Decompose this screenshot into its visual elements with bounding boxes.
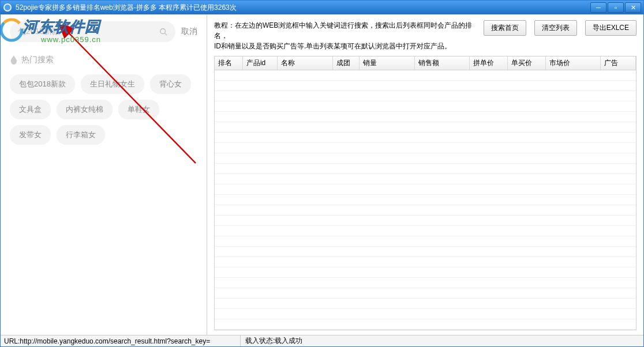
table-row[interactable] xyxy=(215,330,636,331)
table-row[interactable] xyxy=(215,184,636,195)
table-row[interactable] xyxy=(215,91,636,101)
table-row[interactable] xyxy=(215,164,636,174)
flame-icon xyxy=(10,55,18,65)
table-row[interactable] xyxy=(215,257,636,267)
svg-point-5 xyxy=(160,29,166,34)
hot-tag[interactable]: 文具盒 xyxy=(10,100,51,119)
hot-tag[interactable]: 生日礼物女生 xyxy=(81,74,144,94)
svg-line-6 xyxy=(165,33,167,36)
col-rank[interactable]: 排名 xyxy=(215,56,242,70)
minimize-button[interactable]: ─ xyxy=(590,2,606,13)
app-icon xyxy=(3,3,12,12)
col-sales[interactable]: 销量 xyxy=(359,56,414,70)
window-title: 52pojie专家拼多多销量排名web浏览器-拼多多 本程序累计已使用3263次 xyxy=(16,3,590,13)
status-url: URL:http://mobile.yangkeduo.com/search_r… xyxy=(4,335,241,346)
results-table[interactable]: 排名 产品id 名称 成团 销量 销售额 拼单价 单买价 市场价 广告 xyxy=(214,56,636,330)
table-row[interactable] xyxy=(215,143,636,153)
search-icon xyxy=(159,28,167,36)
close-button[interactable]: ✕ xyxy=(625,2,641,13)
hot-tag[interactable]: 背心女 xyxy=(150,74,191,94)
titlebar: 52pojie专家拼多多销量排名web浏览器-拼多多 本程序累计已使用3263次… xyxy=(1,1,643,14)
table-row[interactable] xyxy=(215,112,636,122)
table-row[interactable] xyxy=(215,319,636,330)
col-name[interactable]: 名称 xyxy=(278,56,333,70)
hot-tag[interactable]: 包包2018新款 xyxy=(10,74,75,94)
table-row[interactable] xyxy=(215,205,636,216)
search-input[interactable]: 包2018新款 xyxy=(10,21,175,42)
table-row[interactable] xyxy=(215,299,636,309)
table-row[interactable] xyxy=(215,278,636,288)
table-row[interactable] xyxy=(215,309,636,319)
hot-tag[interactable]: 单鞋女 xyxy=(118,100,159,119)
table-row[interactable] xyxy=(215,267,636,278)
table-row[interactable] xyxy=(215,226,636,236)
search-home-button[interactable]: 搜索首页 xyxy=(484,20,526,36)
hot-tag[interactable]: 内裤女纯棉 xyxy=(57,100,113,119)
table-header-row: 排名 产品id 名称 成团 销量 销售额 拼单价 单买价 市场价 广告 xyxy=(215,56,636,70)
table-row[interactable] xyxy=(215,247,636,257)
statusbar: URL:http://mobile.yangkeduo.com/search_r… xyxy=(1,335,643,346)
table-row[interactable] xyxy=(215,81,636,91)
table-row[interactable] xyxy=(215,153,636,164)
hot-search-title: 热门搜索 xyxy=(10,55,197,65)
table-row[interactable] xyxy=(215,174,636,184)
export-excel-button[interactable]: 导出EXLCE xyxy=(585,20,636,36)
instructions-text: 教程：在左边的WEB浏览框中输入关键词进行搜索，搜索出后列表框同时会产品的排名，… xyxy=(214,20,475,51)
hot-tags: 包包2018新款 生日礼物女生 背心女 文具盒 内裤女纯棉 单鞋女 发带女 行李… xyxy=(10,74,197,145)
table-row[interactable] xyxy=(215,70,636,81)
table-row[interactable] xyxy=(215,236,636,247)
table-row[interactable] xyxy=(215,133,636,143)
right-panel: 教程：在左边的WEB浏览框中输入关键词进行搜索，搜索出后列表框同时会产品的排名，… xyxy=(207,14,643,335)
search-placeholder: 包2018新款 xyxy=(18,27,156,37)
hot-tag[interactable]: 发带女 xyxy=(10,125,51,145)
clear-list-button[interactable]: 清空列表 xyxy=(534,20,577,36)
col-product-id[interactable]: 产品id xyxy=(242,56,278,70)
maximize-button[interactable]: ▫ xyxy=(608,2,624,13)
col-group[interactable]: 成团 xyxy=(333,56,359,70)
svg-point-1 xyxy=(5,5,10,10)
table-row[interactable] xyxy=(215,101,636,112)
table-row[interactable] xyxy=(215,122,636,133)
col-single-price[interactable]: 单买价 xyxy=(507,56,545,70)
table-row[interactable] xyxy=(215,195,636,205)
table-row[interactable] xyxy=(215,288,636,299)
col-group-price[interactable]: 拼单价 xyxy=(470,56,508,70)
left-panel: 包2018新款 取消 热门搜索 包包2018新款 生日礼物女生 背心女 文具盒 … xyxy=(1,14,207,335)
col-revenue[interactable]: 销售额 xyxy=(414,56,470,70)
hot-tag[interactable]: 行李箱女 xyxy=(57,125,105,145)
table-row[interactable] xyxy=(215,216,636,226)
col-ad[interactable]: 广告 xyxy=(601,56,636,70)
col-market-price[interactable]: 市场价 xyxy=(545,56,601,70)
status-load: 载入状态:载入成功 xyxy=(245,336,302,346)
cancel-button[interactable]: 取消 xyxy=(181,27,197,37)
